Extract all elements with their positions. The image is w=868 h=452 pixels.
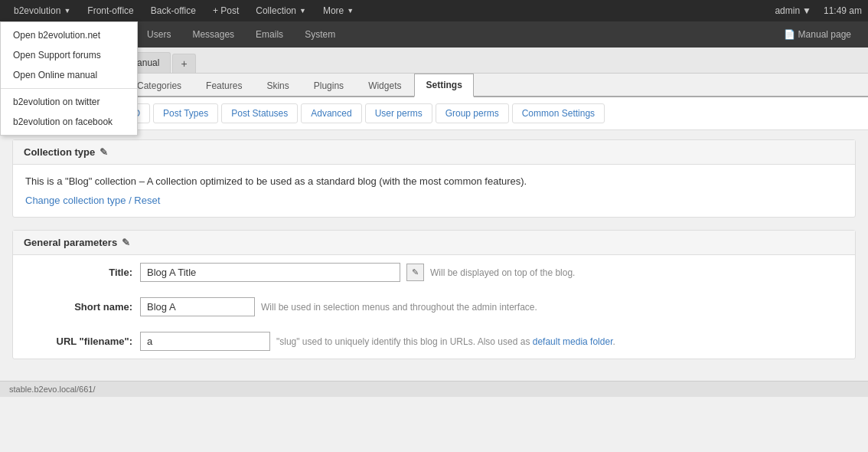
nav-more[interactable]: More ▼ <box>315 2 361 19</box>
nav-users[interactable]: Users <box>136 25 181 44</box>
general-params-section: General parameters ✎ Title: ✎ Will be di… <box>12 230 856 359</box>
collection-type-description: This is a "Blog" collection – A collecti… <box>25 175 843 187</box>
nav-emails[interactable]: Emails <box>245 25 294 44</box>
coll-tab-add-button[interactable]: + <box>172 54 195 73</box>
dd-open-b2evo[interactable]: Open b2evolution.net <box>1 25 137 45</box>
settings-tab-group-perms[interactable]: Group perms <box>436 103 509 123</box>
collection-type-header: Collection type ✎ <box>13 140 855 165</box>
current-time: 11:49 am <box>824 5 862 16</box>
nav-back-office[interactable]: Back-office <box>143 2 204 19</box>
nav-front-office[interactable]: Front-office <box>80 2 141 19</box>
sub-tab-plugins[interactable]: Plugins <box>302 74 355 97</box>
shortname-input[interactable] <box>140 297 255 316</box>
b2evolution-dropdown: Open b2evolution.net Open Support forums… <box>0 21 138 136</box>
collection-type-edit-icon[interactable]: ✎ <box>100 146 108 158</box>
urlfilename-hint: "slug" used to uniquely identify this bl… <box>276 336 615 347</box>
title-hint: Will be displayed on top of the blog. <box>430 267 575 278</box>
sub-tab-features[interactable]: Features <box>194 74 253 97</box>
bottom-bar-text: stable.b2evo.local/661/ <box>9 385 96 394</box>
collection-type-title: Collection type <box>24 146 95 158</box>
top-nav-left: b2evolution ▼ Front-office Back-office +… <box>6 2 361 19</box>
sub-tab-skins[interactable]: Skins <box>255 74 300 97</box>
change-collection-type-link[interactable]: Change collection type / Reset <box>25 195 160 206</box>
collection-type-section: Collection type ✎ This is a "Blog" colle… <box>12 139 856 218</box>
brand-arrow-icon: ▼ <box>64 7 70 15</box>
title-input[interactable] <box>140 263 400 282</box>
manual-page-link[interactable]: 📄 Manual page <box>773 25 862 44</box>
collection-arrow-icon: ▼ <box>299 7 306 15</box>
sub-tab-widgets[interactable]: Widgets <box>357 74 413 97</box>
field-shortname-label: Short name: <box>25 301 132 313</box>
sub-tab-settings[interactable]: Settings <box>414 74 473 97</box>
more-arrow-icon: ▼ <box>347 7 354 15</box>
dd-open-manual[interactable]: Open Online manual <box>1 65 137 85</box>
field-title-wrap: ✎ Will be displayed on top of the blog. <box>140 263 575 282</box>
field-title-label: Title: <box>25 267 132 278</box>
admin-arrow-icon: ▼ <box>802 5 811 16</box>
settings-tab-common-settings[interactable]: Common Settings <box>512 103 605 123</box>
brand-label: b2evolution <box>14 5 60 16</box>
default-media-folder-link[interactable]: default media folder <box>533 336 613 347</box>
field-title-row: Title: ✎ Will be displayed on top of the… <box>13 255 855 290</box>
admin-label: admin <box>775 5 800 16</box>
dd-twitter[interactable]: b2evolution on twitter <box>1 92 137 112</box>
nav-system[interactable]: System <box>294 25 346 44</box>
general-params-edit-icon[interactable]: ✎ <box>122 237 130 248</box>
settings-tab-advanced[interactable]: Advanced <box>301 103 361 123</box>
field-shortname-wrap: Will be used in selection menus and thro… <box>140 297 537 316</box>
field-urlfilename-wrap: "slug" used to uniquely identify this bl… <box>140 332 615 351</box>
dd-open-support[interactable]: Open Support forums <box>1 45 137 65</box>
collection-type-body: This is a "Blog" collection – A collecti… <box>13 165 855 217</box>
top-nav: b2evolution ▼ Front-office Back-office +… <box>0 0 868 21</box>
general-params-header: General parameters ✎ <box>13 231 855 255</box>
dd-divider <box>1 88 137 89</box>
field-shortname-row: Short name: Will be used in selection me… <box>13 290 855 324</box>
title-edit-button[interactable]: ✎ <box>406 264 424 281</box>
field-urlfilename-row: URL "filename": "slug" used to uniquely … <box>13 324 855 359</box>
top-nav-right: admin ▼ 11:49 am <box>775 5 862 16</box>
admin-menu[interactable]: admin ▼ <box>775 5 811 16</box>
nav-messages[interactable]: Messages <box>181 25 245 44</box>
dd-facebook[interactable]: b2evolution on facebook <box>1 112 137 132</box>
main-content: Collection type ✎ This is a "Blog" colle… <box>0 130 868 381</box>
nav-post[interactable]: + Post <box>205 2 246 19</box>
bottom-bar: stable.b2evo.local/661/ <box>0 381 868 397</box>
urlfilename-input[interactable] <box>140 332 270 351</box>
manual-icon: 📄 <box>784 29 795 40</box>
shortname-hint: Will be used in selection menus and thro… <box>261 302 537 313</box>
nav-collection[interactable]: Collection ▼ <box>248 2 314 19</box>
settings-tab-post-types[interactable]: Post Types <box>153 103 218 123</box>
settings-tab-user-perms[interactable]: User perms <box>365 103 432 123</box>
field-urlfilename-label: URL "filename": <box>25 336 132 347</box>
brand-menu[interactable]: b2evolution ▼ <box>6 2 78 19</box>
general-params-title: General parameters <box>24 237 117 248</box>
settings-tab-post-statuses[interactable]: Post Statuses <box>221 103 298 123</box>
